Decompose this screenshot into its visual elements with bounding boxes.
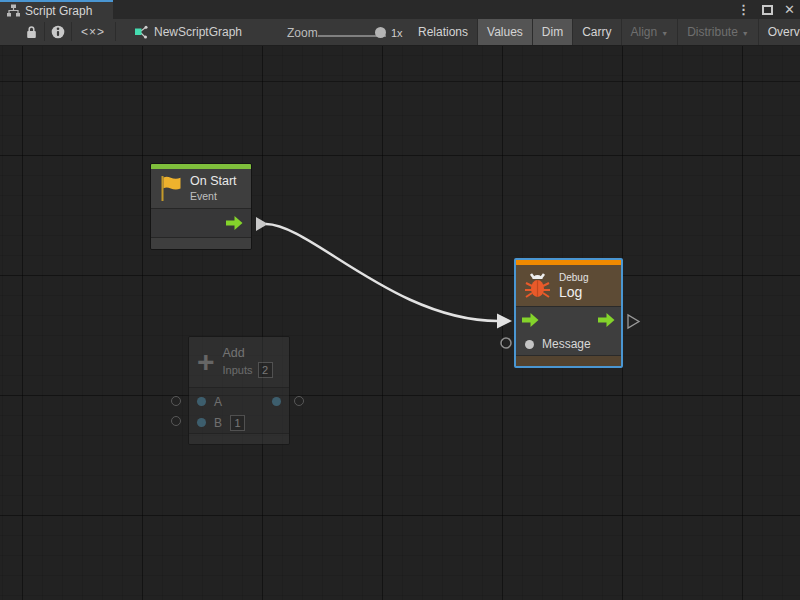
window-menu-icon[interactable]: ⋮ [735, 3, 752, 16]
tab-bar: Script Graph ⋮ ✕ [0, 0, 800, 19]
wire-arrowhead [497, 314, 512, 329]
values-label: Values [487, 25, 523, 39]
message-port-label: Message [542, 337, 591, 351]
add-port-row-b: B 1 [189, 412, 289, 433]
toolbar-separator [115, 22, 116, 41]
debug-output-flow-port[interactable] [628, 315, 639, 328]
wire-layer [0, 46, 800, 600]
values-button[interactable]: Values [477, 19, 532, 45]
chevron-down-icon: ▼ [661, 30, 668, 37]
zoom-slider-handle[interactable] [375, 27, 386, 38]
node-on-start[interactable]: On Start Event [150, 163, 252, 250]
code-view-icon: <×> [81, 25, 105, 39]
add-output-dot[interactable] [272, 397, 281, 406]
message-value-port[interactable] [525, 340, 534, 349]
align-button[interactable]: Align ▼ [621, 19, 678, 45]
node-footer [151, 237, 251, 249]
flow-output-arrow-icon[interactable] [598, 313, 615, 327]
port-b-dot[interactable] [197, 418, 206, 427]
node-title: Log [559, 284, 588, 301]
overview-label: Overview [768, 25, 800, 39]
add-output-outer-port[interactable] [294, 396, 304, 406]
node-add-dimmed-group: + Add Inputs 2 A B 1 [166, 334, 308, 450]
carry-label: Carry [582, 25, 611, 39]
debug-header: Debug Log [516, 265, 621, 306]
graph-canvas[interactable]: On Start Event Debug [0, 46, 800, 600]
on-start-header: On Start Event [151, 169, 251, 208]
dim-label: Dim [542, 25, 563, 39]
node-category: Debug [559, 271, 588, 284]
add-body: A B 1 [189, 387, 289, 433]
node-debug-log[interactable]: Debug Log Message [514, 258, 623, 368]
info-icon [51, 25, 65, 39]
debug-flow-port-row [516, 307, 621, 333]
zoom-value: 1x [391, 27, 403, 39]
overview-button[interactable]: Overview [758, 19, 800, 45]
maximize-icon[interactable] [762, 5, 773, 15]
add-input-a-outer-port[interactable] [171, 396, 181, 406]
node-subtitle: Event [190, 190, 237, 203]
flow-input-arrow-icon[interactable] [522, 313, 539, 327]
port-b-value-field[interactable]: 1 [230, 415, 245, 431]
node-title: Add [223, 346, 273, 360]
inputs-count-field[interactable]: 2 [258, 362, 273, 378]
on-start-port-row [151, 208, 251, 237]
node-title: On Start [190, 174, 237, 190]
node-subtitle: Inputs [223, 364, 253, 376]
distribute-label: Distribute [687, 25, 738, 39]
relations-button[interactable]: Relations [409, 19, 477, 45]
relations-label: Relations [418, 25, 468, 39]
lock-icon [26, 25, 37, 39]
lock-button[interactable] [18, 19, 44, 45]
graph-breadcrumb[interactable]: NewScriptGraph [134, 19, 242, 45]
port-b-label: B [214, 416, 222, 430]
flow-connection-wire[interactable] [266, 224, 498, 321]
add-port-row-a: A [189, 391, 289, 412]
toolbar-toggle-group: Relations Values Dim Carry Align ▼ Distr… [409, 19, 800, 45]
port-a-dot[interactable] [197, 397, 206, 406]
tab-label: Script Graph [25, 4, 92, 18]
code-view-button[interactable]: <×> [71, 19, 115, 45]
debug-message-row: Message [516, 333, 621, 355]
carry-button[interactable]: Carry [572, 19, 620, 45]
zoom-label: Zoom [287, 26, 318, 40]
graph-toolbar: <×> NewScriptGraph Zoom 1x Relations Val… [0, 19, 800, 46]
align-label: Align [631, 25, 658, 39]
node-add[interactable]: + Add Inputs 2 A B 1 [188, 336, 290, 445]
inspector-button[interactable] [45, 19, 71, 45]
add-input-b-outer-port[interactable] [171, 416, 181, 426]
debug-body: Message [516, 306, 621, 355]
add-header: + Add Inputs 2 [189, 337, 289, 387]
bug-icon [524, 271, 551, 301]
port-a-label: A [214, 395, 222, 409]
tab-script-graph[interactable]: Script Graph [0, 0, 113, 19]
graph-name: NewScriptGraph [154, 25, 242, 39]
flow-output-arrow-icon[interactable] [226, 216, 243, 230]
node-footer [516, 355, 621, 366]
node-footer [189, 433, 289, 445]
dim-button[interactable]: Dim [532, 19, 572, 45]
plus-icon: + [197, 350, 215, 374]
script-graph-tab-icon [7, 4, 20, 17]
close-icon[interactable]: ✕ [783, 3, 796, 16]
window-controls: ⋮ ✕ [735, 0, 796, 19]
chevron-down-icon: ▼ [742, 30, 749, 37]
flag-icon [159, 175, 182, 202]
debug-message-outer-port[interactable] [501, 338, 511, 348]
distribute-button[interactable]: Distribute ▼ [677, 19, 758, 45]
script-graph-asset-icon [134, 25, 148, 39]
